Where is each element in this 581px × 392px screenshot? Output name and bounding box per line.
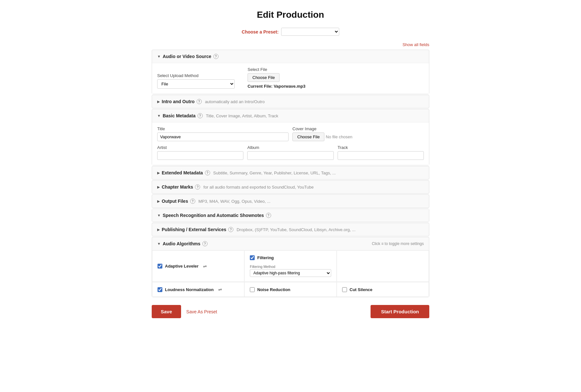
upload-row: Select Upload Method File Select File Ch… [157,67,424,89]
algo-row-1: Adaptive Leveler ⇌ Filtering Filtering M… [152,250,429,282]
intro-outro-title: Intro and Outro [162,99,195,104]
title-cover-row: Title Cover Image Choose File No file ch… [157,126,424,141]
cut-silence-label: Cut Silence [350,287,372,292]
intro-outro-hint: automatically add an Intro/Outro [205,99,265,104]
artist-input[interactable] [157,151,243,160]
filtering-checkbox[interactable] [250,255,255,260]
audio-algorithms-section: ▼ Audio Algorithms ? Click ≡ to toggle m… [152,237,429,297]
audio-source-body: Select Upload Method File Select File Ch… [152,63,429,94]
speech-recognition-header[interactable]: ▼ Speech Recognition and Automatic Shown… [152,209,429,222]
audio-algorithms-help[interactable]: ? [202,241,208,246]
basic-metadata-hint: Title, Cover Image, Artist, Album, Track [206,113,278,118]
album-label: Album [247,145,333,150]
loudness-normalization-settings-icon[interactable]: ⇌ [218,287,222,292]
cover-no-file: No file chosen [326,134,352,139]
audio-source-arrow: ▼ [157,54,161,58]
title-label: Title [157,126,289,131]
start-production-button[interactable]: Start Production [371,305,429,318]
speech-recognition-help[interactable]: ? [266,213,271,218]
select-file-label: Select File [248,67,305,72]
adaptive-leveler-checkbox[interactable] [158,264,162,269]
loudness-normalization-checkbox[interactable] [158,287,162,292]
publishing-section: ▶ Publishing / External Services ? Dropb… [152,223,429,236]
audio-algorithms-arrow: ▼ [157,242,161,246]
output-files-help[interactable]: ? [190,199,195,204]
filtering-label: Filtering [257,255,274,260]
chapter-marks-help[interactable]: ? [195,184,200,190]
basic-metadata-header[interactable]: ▼ Basic Metadata ? Title, Cover Image, A… [152,109,429,122]
audio-source-title: Audio or Video Source [163,54,211,59]
choose-file-button[interactable]: Choose File [248,73,280,82]
album-input[interactable] [247,151,333,160]
output-files-arrow: ▶ [157,199,160,203]
basic-metadata-help[interactable]: ? [198,113,203,118]
noise-reduction-checkbox[interactable] [250,287,255,292]
extended-metadata-arrow: ▶ [157,171,160,175]
upload-method-field: Select Upload Method File [157,73,235,89]
publishing-help[interactable]: ? [228,227,233,232]
filtering-method-wrapper: Filtering Method Adaptive high-pass filt… [250,265,331,277]
extended-metadata-hint: Subtitle, Summary, Genre, Year, Publishe… [213,171,336,175]
audio-algorithms-title: Audio Algorithms [163,241,200,246]
audio-algorithms-hint: Click ≡ to toggle more settings [372,241,424,246]
loudness-normalization-label: Loudness Normalization [165,287,214,292]
extended-metadata-header[interactable]: ▶ Extended Metadata ? Subtitle, Summary,… [152,166,429,179]
basic-metadata-arrow: ▼ [157,114,161,118]
extended-metadata-help[interactable]: ? [205,170,210,175]
cut-silence-cell: Cut Silence [337,282,429,297]
save-button[interactable]: Save [152,305,181,318]
show-all-fields-link[interactable]: Show all fields [152,42,429,47]
chapter-marks-header[interactable]: ▶ Chapter Marks ? for all audio formats … [152,181,429,193]
publishing-header[interactable]: ▶ Publishing / External Services ? Dropb… [152,223,429,236]
cover-image-label: Cover Image [292,126,424,131]
filtering-cell: Filtering Filtering Method Adaptive high… [244,250,337,282]
save-as-preset-button[interactable]: Save As Preset [186,309,217,314]
intro-outro-header[interactable]: ▶ Intro and Outro ? automatically add an… [152,95,429,108]
filtering-method-select[interactable]: Adaptive high-pass filtering Static high… [250,269,331,277]
publishing-title: Publishing / External Services [162,227,226,232]
preset-label: Choose a Preset: [242,29,279,34]
chapter-marks-arrow: ▶ [157,185,160,189]
output-files-hint: MP3, M4A, WAV, Ogg, Opus, Video, ... [199,199,270,204]
preset-select[interactable] [281,28,339,36]
publishing-arrow: ▶ [157,228,160,232]
output-files-section: ▶ Output Files ? MP3, M4A, WAV, Ogg, Opu… [152,194,429,208]
audio-source-section: ▼ Audio or Video Source ? Select Upload … [152,50,429,94]
cut-silence-checkbox[interactable] [342,287,347,292]
chapter-marks-section: ▶ Chapter Marks ? for all audio formats … [152,180,429,194]
cover-row: Choose File No file chosen [292,132,424,141]
adaptive-leveler-label: Adaptive Leveler [165,264,199,269]
output-files-header[interactable]: ▶ Output Files ? MP3, M4A, WAV, Ogg, Opu… [152,195,429,208]
preset-label-highlighted: Preset: [263,29,279,34]
title-field-group: Title [157,126,289,141]
intro-outro-arrow: ▶ [157,100,160,104]
artist-album-row: Artist Album Track [157,145,424,160]
basic-metadata-section: ▼ Basic Metadata ? Title, Cover Image, A… [152,109,429,165]
adaptive-leveler-settings-icon[interactable]: ⇌ [203,264,207,269]
audio-algorithms-header[interactable]: ▼ Audio Algorithms ? Click ≡ to toggle m… [152,237,429,250]
page-wrapper: Edit Production Choose a Preset: Show al… [145,0,436,338]
upload-method-select[interactable]: File [157,79,235,89]
extended-metadata-title: Extended Metadata [162,170,203,175]
current-file-label: Current File: Vaporwave.mp3 [248,84,305,89]
title-input[interactable] [157,132,289,141]
speech-recognition-section: ▼ Speech Recognition and Automatic Shown… [152,209,429,222]
audio-source-header[interactable]: ▼ Audio or Video Source ? [152,50,429,63]
speech-recognition-arrow: ▼ [157,213,161,217]
filtering-inner: Filtering [250,255,274,260]
filtering-method-label: Filtering Method [250,265,331,269]
noise-reduction-cell: Noise Reduction [244,282,337,297]
publishing-hint: Dropbox, (S)FTP, YouTube, SoundCloud, Li… [237,227,356,232]
cover-choose-button[interactable]: Choose File [292,132,324,141]
track-field-group: Track [338,145,424,160]
artist-field-group: Artist [157,145,243,160]
track-input[interactable] [338,151,424,160]
cover-image-field-group: Cover Image Choose File No file chosen [292,126,424,141]
basic-metadata-body: Title Cover Image Choose File No file ch… [152,122,429,165]
intro-outro-help[interactable]: ? [197,99,202,104]
noise-reduction-label: Noise Reduction [257,287,290,292]
track-label: Track [338,145,424,150]
chapter-marks-title: Chapter Marks [162,184,193,190]
audio-source-help[interactable]: ? [213,54,219,59]
intro-outro-section: ▶ Intro and Outro ? automatically add an… [152,95,429,108]
